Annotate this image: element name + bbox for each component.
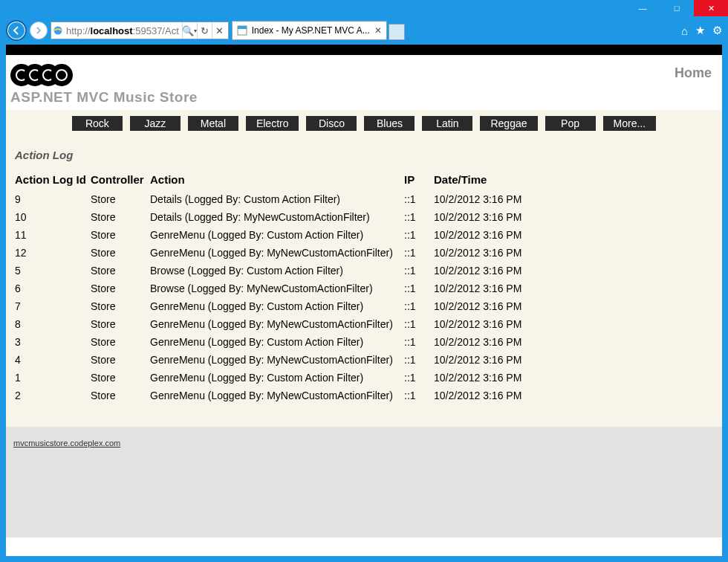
close-button[interactable]: ✕ <box>694 0 728 16</box>
cell-action: GenreMenu (Logged By: Custom Action Filt… <box>150 297 404 315</box>
cell-controller: Store <box>91 226 150 244</box>
cell-datetime: 10/2/2012 3:16 PM <box>434 387 553 404</box>
col-header-ip: IP <box>404 173 434 190</box>
table-row: 8StoreGenreMenu (Logged By: MyNewCustomA… <box>15 315 553 333</box>
cell-ip: ::1 <box>404 244 434 262</box>
forward-arrow-icon <box>35 27 42 34</box>
cell-ip: ::1 <box>404 387 434 404</box>
maximize-button[interactable]: □ <box>660 0 694 16</box>
cell-id: 10 <box>15 208 91 226</box>
footer-link[interactable]: mvcmusicstore.codeplex.com <box>13 439 120 448</box>
cell-datetime: 10/2/2012 3:16 PM <box>434 315 553 333</box>
table-row: 3StoreGenreMenu (Logged By: Custom Actio… <box>15 333 553 351</box>
cell-datetime: 10/2/2012 3:16 PM <box>434 280 553 297</box>
site-content: ASP.NET MVC Music Store Home RockJazzMet… <box>6 55 722 537</box>
search-button[interactable]: 🔍 ▾ <box>182 22 197 39</box>
site-title: ASP.NET MVC Music Store <box>10 89 198 106</box>
stop-icon: ✕ <box>215 25 224 36</box>
svg-rect-2 <box>238 26 247 29</box>
table-row: 1StoreGenreMenu (Logged By: Custom Actio… <box>15 369 553 387</box>
home-icon[interactable]: ⌂ <box>681 25 688 37</box>
table-header-row: Action Log Id Controller Action IP Date/… <box>15 173 553 190</box>
url-host: localhost <box>91 25 133 36</box>
tab-strip: Index - My ASP.NET MVC A... ✕ <box>232 21 672 40</box>
cell-datetime: 10/2/2012 3:16 PM <box>434 190 553 208</box>
table-row: 9StoreDetails (Logged By: Custom Action … <box>15 190 553 208</box>
settings-icon[interactable]: ⚙ <box>712 24 722 37</box>
table-row: 7StoreGenreMenu (Logged By: Custom Actio… <box>15 297 553 315</box>
cell-action: GenreMenu (Logged By: MyNewCustomActionF… <box>150 351 404 369</box>
nav-home-link[interactable]: Home <box>675 62 712 81</box>
genre-reggae[interactable]: Reggae <box>480 116 537 131</box>
genre-nav: RockJazzMetalElectroDiscoBluesLatinRegga… <box>6 110 722 137</box>
cell-datetime: 10/2/2012 3:16 PM <box>434 244 553 262</box>
tab-active[interactable]: Index - My ASP.NET MVC A... ✕ <box>232 21 387 40</box>
minimize-icon: — <box>639 4 647 13</box>
cell-ip: ::1 <box>404 190 434 208</box>
cell-id: 5 <box>15 262 91 280</box>
cell-datetime: 10/2/2012 3:16 PM <box>434 226 553 244</box>
cell-action: GenreMenu (Logged By: MyNewCustomActionF… <box>150 244 404 262</box>
url-rest: :59537/Act <box>133 25 179 36</box>
cell-datetime: 10/2/2012 3:16 PM <box>434 262 553 280</box>
cell-id: 1 <box>15 369 91 387</box>
chrome-right-icons: ⌂ ★ ⚙ <box>675 24 722 37</box>
address-bar[interactable]: http://localhost:59537/Act 🔍 ▾ ↻ ✕ <box>51 22 229 39</box>
genre-metal[interactable]: Metal <box>188 116 238 131</box>
cell-action: Details (Logged By: Custom Action Filter… <box>150 190 404 208</box>
table-row: 4StoreGenreMenu (Logged By: MyNewCustomA… <box>15 351 553 369</box>
col-header-datetime: Date/Time <box>434 173 553 190</box>
cell-datetime: 10/2/2012 3:16 PM <box>434 333 553 351</box>
refresh-button[interactable]: ↻ <box>197 22 212 39</box>
cell-ip: ::1 <box>404 315 434 333</box>
genre-rock[interactable]: Rock <box>72 116 123 131</box>
table-row: 10StoreDetails (Logged By: MyNewCustomAc… <box>15 208 553 226</box>
genre-latin[interactable]: Latin <box>422 116 472 131</box>
cell-datetime: 10/2/2012 3:16 PM <box>434 369 553 387</box>
cell-id: 4 <box>15 351 91 369</box>
minimize-button[interactable]: — <box>625 0 660 16</box>
back-arrow-icon <box>8 22 25 39</box>
favorites-icon[interactable]: ★ <box>695 24 705 37</box>
cell-id: 6 <box>15 280 91 297</box>
refresh-icon: ↻ <box>201 25 209 36</box>
cell-id: 2 <box>15 387 91 404</box>
table-row: 5StoreBrowse (Logged By: Custom Action F… <box>15 262 553 280</box>
genre-disco[interactable]: Disco <box>306 116 357 131</box>
genre-electro[interactable]: Electro <box>246 116 299 131</box>
cell-id: 9 <box>15 190 91 208</box>
browser-window: — □ ✕ http://localhost:59537/Act 🔍 ▾ ↻ <box>0 0 728 562</box>
forward-button[interactable] <box>30 22 48 39</box>
cell-controller: Store <box>91 351 150 369</box>
genre-pop[interactable]: Pop <box>545 116 596 131</box>
stop-button[interactable]: ✕ <box>212 22 227 39</box>
cell-action: Details (Logged By: MyNewCustomActionFil… <box>150 208 404 226</box>
genre-blues[interactable]: Blues <box>364 116 415 131</box>
genre-more[interactable]: More... <box>603 116 657 131</box>
cell-controller: Store <box>91 369 150 387</box>
page-favicon-icon <box>237 25 247 36</box>
url-prefix: http:// <box>66 25 91 36</box>
col-header-action: Action <box>150 173 404 190</box>
new-tab-button[interactable] <box>389 24 405 40</box>
genre-jazz[interactable]: Jazz <box>130 116 181 131</box>
back-button[interactable] <box>6 20 27 41</box>
table-row: 6StoreBrowse (Logged By: MyNewCustomActi… <box>15 280 553 297</box>
search-icon: 🔍 <box>182 25 194 36</box>
browser-toolbar: http://localhost:59537/Act 🔍 ▾ ↻ ✕ Index… <box>6 21 722 40</box>
cell-ip: ::1 <box>404 369 434 387</box>
cell-ip: ::1 <box>404 280 434 297</box>
cell-ip: ::1 <box>404 333 434 351</box>
tab-close-icon[interactable]: ✕ <box>374 25 382 36</box>
cell-controller: Store <box>91 333 150 351</box>
cell-controller: Store <box>91 315 150 333</box>
section-title: Action Log <box>15 149 713 161</box>
cell-action: Browse (Logged By: MyNewCustomActionFilt… <box>150 280 404 297</box>
cell-datetime: 10/2/2012 3:16 PM <box>434 208 553 226</box>
cell-controller: Store <box>91 190 150 208</box>
site-footer: mvcmusicstore.codeplex.com <box>6 427 722 537</box>
table-row: 11StoreGenreMenu (Logged By: Custom Acti… <box>15 226 553 244</box>
cell-ip: ::1 <box>404 297 434 315</box>
cell-ip: ::1 <box>404 262 434 280</box>
site-header: ASP.NET MVC Music Store Home <box>6 55 722 106</box>
